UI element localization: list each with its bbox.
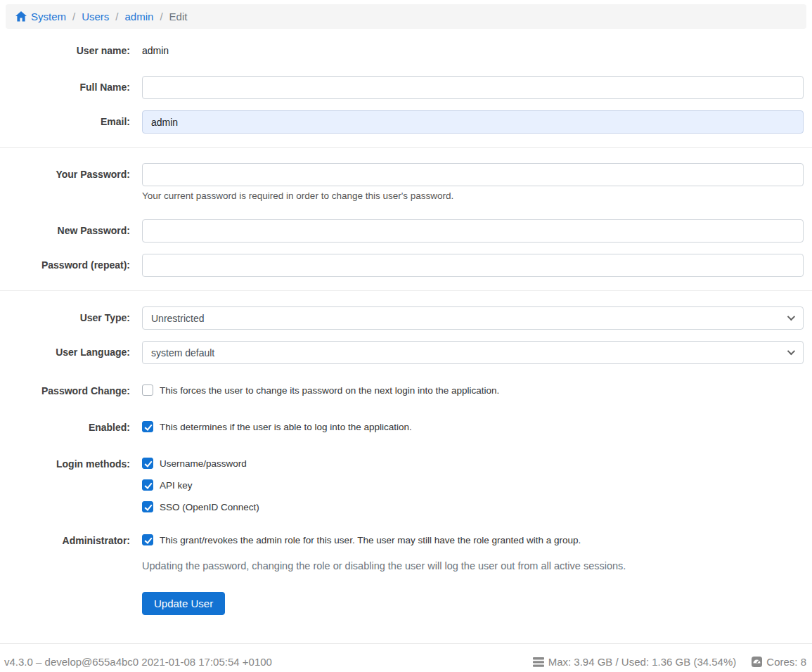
enabled-option[interactable]: This determines if the user is able to l… (142, 420, 804, 434)
user-language-row: User Language: system default (0, 341, 812, 364)
your-password-help: Your current password is required in ord… (142, 190, 804, 202)
user-name-label: User name: (0, 44, 130, 58)
new-password-row: New Password: (0, 219, 812, 243)
breadcrumb-link-users[interactable]: Users (82, 11, 109, 22)
breadcrumb-separator: / (72, 11, 75, 22)
breadcrumb: System / Users / admin / Edit (6, 4, 806, 29)
password-change-checkbox[interactable] (142, 385, 153, 396)
api-key-text[interactable]: API key (160, 479, 193, 492)
full-name-label: Full Name: (0, 76, 130, 94)
login-methods-row: Login methods: Username/password API key… (0, 457, 812, 514)
memory-stat: Max: 3.94 GB / Used: 1.36 GB (34.54%) (533, 656, 737, 668)
administrator-option[interactable]: This grant/revokes the admin role for th… (142, 534, 804, 547)
enabled-checkbox[interactable] (142, 421, 153, 432)
password-repeat-label: Password (repeat): (0, 254, 130, 272)
sso-checkbox[interactable] (142, 501, 153, 512)
identity-section: User name: admin Full Name: Email: (0, 29, 812, 147)
new-password-label: New Password: (0, 219, 130, 238)
update-user-button[interactable]: Update User (142, 592, 225, 615)
login-method-api-key[interactable]: API key (142, 479, 804, 492)
breadcrumb-label[interactable]: Users (82, 11, 109, 22)
breadcrumb-current-edit: Edit (169, 11, 188, 22)
enabled-row: Enabled: This determines if the user is … (0, 420, 812, 434)
cores-text: Cores: 8 (766, 656, 806, 668)
username-password-text[interactable]: Username/password (160, 457, 247, 470)
user-name-row: User name: admin (0, 44, 812, 58)
memory-text: Max: 3.94 GB / Used: 1.36 GB (34.54%) (548, 656, 737, 668)
administrator-label: Administrator: (0, 534, 130, 548)
enabled-label: Enabled: (0, 420, 130, 434)
user-name-value: admin (142, 44, 804, 58)
cpu-gauge-icon (752, 657, 762, 667)
email-input[interactable] (142, 110, 804, 134)
version-info: v4.3.0 – develop@655a4bc0 2021-01-08 17:… (4, 656, 272, 668)
breadcrumb-label[interactable]: admin (125, 11, 154, 22)
administrator-checkbox[interactable] (142, 534, 153, 545)
password-section: Your Password: Your current password is … (0, 147, 812, 290)
email-label: Email: (0, 110, 130, 129)
login-method-username-password[interactable]: Username/password (142, 457, 804, 470)
your-password-input[interactable] (142, 163, 804, 186)
username-password-checkbox[interactable] (142, 458, 153, 469)
api-key-checkbox[interactable] (142, 479, 153, 491)
login-method-sso[interactable]: SSO (OpenID Connect) (142, 500, 804, 514)
session-note-row: Updating the password, changing the role… (0, 560, 812, 573)
password-change-option[interactable]: This forces the user to change its passw… (142, 384, 804, 397)
sso-text[interactable]: SSO (OpenID Connect) (160, 500, 259, 514)
administrator-row: Administrator: This grant/revokes the ad… (0, 534, 812, 548)
full-name-input[interactable] (142, 76, 804, 99)
enabled-text[interactable]: This determines if the user is able to l… (160, 420, 412, 434)
password-repeat-row: Password (repeat): (0, 254, 812, 277)
user-language-select[interactable]: system default (142, 341, 804, 364)
new-password-input[interactable] (142, 219, 804, 243)
user-language-label: User Language: (0, 341, 130, 359)
settings-section: User Type: Unrestricted User Language: s… (0, 290, 812, 629)
breadcrumb-link-system[interactable]: System (15, 11, 66, 22)
user-type-label: User Type: (0, 306, 130, 325)
user-type-select[interactable]: Unrestricted (142, 306, 804, 330)
your-password-row: Your Password: Your current password is … (0, 163, 812, 202)
cores-stat: Cores: 8 (752, 656, 806, 668)
chevron-down-icon (787, 347, 795, 355)
your-password-label: Your Password: (0, 163, 130, 181)
breadcrumb-separator: / (115, 11, 118, 22)
chevron-down-icon (787, 313, 795, 321)
user-edit-form: User name: admin Full Name: Email: Your … (0, 29, 812, 629)
home-icon[interactable] (15, 11, 27, 22)
memory-icon (533, 657, 544, 667)
submit-row: Update User (0, 592, 812, 615)
administrator-text[interactable]: This grant/revokes the admin role for th… (160, 534, 581, 547)
password-repeat-input[interactable] (142, 254, 804, 277)
user-type-row: User Type: Unrestricted (0, 306, 812, 330)
password-change-label: Password Change: (0, 384, 130, 398)
footer: v4.3.0 – develop@655a4bc0 2021-01-08 17:… (0, 643, 812, 668)
breadcrumb-separator: / (160, 11, 162, 22)
email-row: Email: (0, 110, 812, 134)
full-name-row: Full Name: (0, 76, 812, 99)
breadcrumb-label[interactable]: System (31, 11, 66, 22)
breadcrumb-link-admin[interactable]: admin (125, 11, 154, 22)
user-type-selected-value: Unrestricted (151, 313, 204, 324)
login-methods-label: Login methods: (0, 457, 130, 471)
password-change-text[interactable]: This forces the user to change its passw… (160, 384, 499, 397)
session-note: Updating the password, changing the role… (142, 560, 804, 573)
user-language-selected-value: system default (151, 347, 214, 358)
password-change-row: Password Change: This forces the user to… (0, 384, 812, 398)
